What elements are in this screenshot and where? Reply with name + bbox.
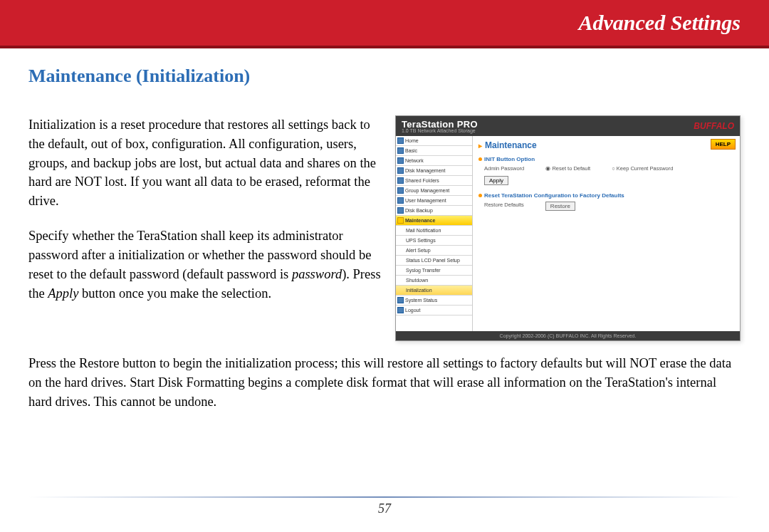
paragraph-1: Initialization is a reset procedure that… [28, 115, 381, 211]
opt1-label: Reset to Default [552, 165, 590, 172]
ts-product-sub: 1.0 TB Network Attached Storage [402, 128, 478, 133]
ts-footer: Copyright 2002-2006 (C) BUFFALO INC. All… [396, 331, 740, 340]
p3-em1: Restore [79, 356, 120, 370]
restore-button[interactable]: Restore [545, 202, 575, 211]
nav-label: User Management [405, 198, 446, 203]
paragraph-3: Press the Restore button to begin the in… [28, 354, 741, 411]
nav-label: Initialization [406, 288, 432, 293]
nav-user-management[interactable]: User Management [396, 196, 472, 206]
apply-row: Apply [478, 176, 734, 185]
nav-alert-setup[interactable]: Alert Setup [396, 246, 472, 256]
nav-label: Basic [405, 148, 417, 153]
nav-disk-management[interactable]: Disk Management [396, 166, 472, 176]
init-button-section: INIT Button Option Admin Password ◉ Rese… [478, 156, 734, 185]
p2-em2: Apply [48, 286, 78, 301]
nav-label: Maintenance [405, 218, 435, 223]
nav-label: Shutdown [406, 278, 428, 283]
left-text-column: Initialization is a reset procedure that… [28, 115, 381, 318]
nav-mail-notification[interactable]: Mail Notification [396, 226, 472, 236]
ts-body: Home Basic Network Disk Management Share… [396, 136, 740, 331]
radio-keep-current[interactable]: ○ Keep Current Password [612, 165, 673, 172]
nav-label: Alert Setup [406, 248, 431, 253]
page-divider [28, 496, 741, 498]
section1-head: INIT Button Option [478, 156, 734, 162]
page-number: 57 [0, 501, 769, 516]
page-header: Advanced Settings [0, 0, 769, 48]
nav-initialization[interactable]: Initialization [396, 286, 472, 296]
arrow-icon: ▸ [478, 142, 482, 150]
page-content: Maintenance (Initialization) Initializat… [0, 48, 769, 411]
p3-part-a: Press the [28, 356, 79, 370]
nav-label: Network [405, 158, 424, 163]
apply-button[interactable]: Apply [484, 176, 508, 185]
p3-em2: Start Disk Formatting [130, 375, 244, 390]
nav-label: Group Management [405, 188, 449, 193]
nav-label: Status LCD Panel Setup [406, 258, 460, 263]
nav-shutdown[interactable]: Shutdown [396, 276, 472, 286]
nav-label: Disk Management [405, 168, 445, 173]
nav-home[interactable]: Home [396, 136, 472, 146]
ts-logo-block: TeraStation PRO 1.0 TB Network Attached … [402, 119, 478, 133]
ts-main-title-text: Maintenance [485, 140, 537, 150]
section2-head: Reset TeraStation Configuration to Facto… [478, 192, 734, 199]
radio-reset-default[interactable]: ◉ Reset to Default [545, 165, 590, 172]
nav-logout[interactable]: Logout [396, 306, 472, 315]
nav-label: Mail Notification [406, 228, 441, 233]
nav-status-lcd[interactable]: Status LCD Panel Setup [396, 256, 472, 266]
embedded-screenshot: TeraStation PRO 1.0 TB Network Attached … [395, 115, 741, 341]
paragraph-2: Specify whether the TeraStation shall ke… [28, 226, 381, 303]
nav-label: Syslog Transfer [406, 268, 441, 273]
nav-label: UPS Settings [406, 238, 436, 243]
nav-system-status[interactable]: System Status [396, 296, 472, 306]
restore-defaults-row: Restore Defaults Restore [478, 202, 734, 211]
header-title: Advanced Settings [578, 11, 741, 35]
bullet-icon [478, 194, 482, 197]
reset-config-section: Reset TeraStation Configuration to Facto… [478, 192, 734, 211]
two-column-row: Initialization is a reset procedure that… [28, 115, 741, 341]
admin-password-label: Admin Password [484, 165, 524, 172]
nav-label: System Status [405, 298, 437, 303]
ts-nav: Home Basic Network Disk Management Share… [396, 136, 473, 331]
nav-label: Disk Backup [405, 208, 433, 213]
nav-shared-folders[interactable]: Shared Folders [396, 176, 472, 186]
nav-disk-backup[interactable]: Disk Backup [396, 206, 472, 216]
p2-part-c: button once you make the selection. [78, 286, 271, 301]
restore-defaults-label: Restore Defaults [484, 202, 524, 211]
nav-network[interactable]: Network [396, 156, 472, 166]
nav-ups-settings[interactable]: UPS Settings [396, 236, 472, 246]
section1-title: INIT Button Option [484, 156, 535, 162]
nav-label: Shared Folders [405, 178, 439, 183]
ts-main-title: ▸Maintenance [478, 140, 734, 150]
nav-syslog-transfer[interactable]: Syslog Transfer [396, 266, 472, 276]
bullet-icon [478, 157, 482, 161]
section-title: Maintenance (Initialization) [28, 66, 741, 87]
nav-basic[interactable]: Basic [396, 146, 472, 156]
p2-em1: password [292, 267, 342, 281]
ts-header-bar: TeraStation PRO 1.0 TB Network Attached … [396, 116, 740, 136]
nav-label: Home [405, 138, 419, 143]
nav-maintenance[interactable]: Maintenance [396, 216, 472, 226]
opt2-label: Keep Current Password [617, 165, 674, 172]
ts-main-panel: HELP ▸Maintenance INIT Button Option Adm… [473, 136, 740, 331]
nav-group-management[interactable]: Group Management [396, 186, 472, 196]
ts-brand: BUFFALO [694, 121, 734, 131]
admin-password-row: Admin Password ◉ Reset to Default ○ Keep… [478, 165, 734, 172]
nav-label: Logout [405, 308, 420, 313]
help-button[interactable]: HELP [711, 139, 736, 150]
section2-title: Reset TeraStation Configuration to Facto… [484, 192, 624, 199]
